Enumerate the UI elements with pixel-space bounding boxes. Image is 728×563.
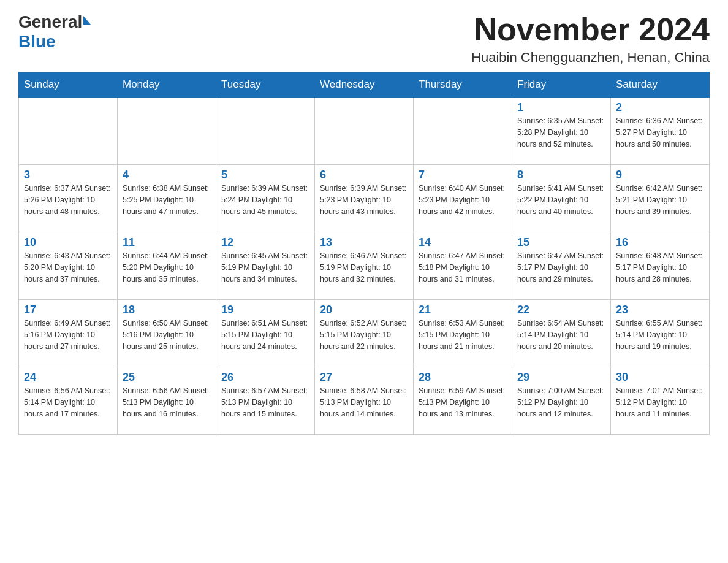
day-number: 5 xyxy=(221,169,309,182)
day-number: 16 xyxy=(616,236,704,249)
calendar-cell xyxy=(118,98,216,165)
day-number: 8 xyxy=(517,169,605,182)
day-number: 2 xyxy=(616,101,704,114)
weekday-header-monday: Monday xyxy=(118,72,216,98)
logo: General Blue xyxy=(18,12,91,52)
calendar-cell: 20Sunrise: 6:52 AM Sunset: 5:15 PM Dayli… xyxy=(315,300,414,367)
calendar-cell xyxy=(19,98,118,165)
day-number: 9 xyxy=(616,169,704,182)
calendar-cell: 17Sunrise: 6:49 AM Sunset: 5:16 PM Dayli… xyxy=(19,300,118,367)
day-info: Sunrise: 6:45 AM Sunset: 5:19 PM Dayligh… xyxy=(221,250,309,285)
calendar-cell: 23Sunrise: 6:55 AM Sunset: 5:14 PM Dayli… xyxy=(611,300,710,367)
day-number: 1 xyxy=(517,101,605,114)
day-number: 19 xyxy=(221,304,309,316)
week-row-1: 1Sunrise: 6:35 AM Sunset: 5:28 PM Daylig… xyxy=(19,98,710,165)
calendar-cell: 30Sunrise: 7:01 AM Sunset: 5:12 PM Dayli… xyxy=(611,367,710,435)
calendar-cell: 6Sunrise: 6:39 AM Sunset: 5:23 PM Daylig… xyxy=(315,165,414,232)
day-info: Sunrise: 6:56 AM Sunset: 5:13 PM Dayligh… xyxy=(123,385,211,419)
day-number: 23 xyxy=(616,304,704,316)
day-number: 3 xyxy=(24,169,112,182)
day-number: 4 xyxy=(123,169,211,182)
week-row-5: 24Sunrise: 6:56 AM Sunset: 5:14 PM Dayli… xyxy=(19,367,710,435)
calendar-cell: 8Sunrise: 6:41 AM Sunset: 5:22 PM Daylig… xyxy=(512,165,611,232)
calendar-cell: 1Sunrise: 6:35 AM Sunset: 5:28 PM Daylig… xyxy=(512,98,611,165)
calendar-cell: 22Sunrise: 6:54 AM Sunset: 5:14 PM Dayli… xyxy=(512,300,611,367)
day-number: 6 xyxy=(320,169,408,182)
calendar-cell: 9Sunrise: 6:42 AM Sunset: 5:21 PM Daylig… xyxy=(611,165,710,232)
calendar-cell: 5Sunrise: 6:39 AM Sunset: 5:24 PM Daylig… xyxy=(216,165,315,232)
week-row-3: 10Sunrise: 6:43 AM Sunset: 5:20 PM Dayli… xyxy=(19,232,710,300)
day-info: Sunrise: 6:35 AM Sunset: 5:28 PM Dayligh… xyxy=(517,115,605,150)
calendar-cell: 21Sunrise: 6:53 AM Sunset: 5:15 PM Dayli… xyxy=(414,300,512,367)
day-info: Sunrise: 6:59 AM Sunset: 5:13 PM Dayligh… xyxy=(419,385,507,419)
day-number: 13 xyxy=(320,236,408,249)
logo-blue: Blue xyxy=(18,32,56,52)
calendar-cell xyxy=(315,98,414,165)
day-number: 15 xyxy=(517,236,605,249)
day-number: 20 xyxy=(320,304,408,316)
day-info: Sunrise: 6:46 AM Sunset: 5:19 PM Dayligh… xyxy=(320,250,408,285)
day-number: 25 xyxy=(123,371,211,384)
day-number: 17 xyxy=(24,304,112,316)
day-info: Sunrise: 7:00 AM Sunset: 5:12 PM Dayligh… xyxy=(517,385,605,419)
day-number: 29 xyxy=(517,371,605,384)
day-info: Sunrise: 6:37 AM Sunset: 5:26 PM Dayligh… xyxy=(24,183,112,217)
calendar-cell: 14Sunrise: 6:47 AM Sunset: 5:18 PM Dayli… xyxy=(414,232,512,300)
day-info: Sunrise: 6:44 AM Sunset: 5:20 PM Dayligh… xyxy=(123,250,211,285)
subtitle: Huaibin Chengguanzhen, Henan, China xyxy=(471,50,710,66)
day-info: Sunrise: 6:39 AM Sunset: 5:23 PM Dayligh… xyxy=(320,183,408,217)
calendar-cell: 4Sunrise: 6:38 AM Sunset: 5:25 PM Daylig… xyxy=(118,165,216,232)
calendar-cell: 11Sunrise: 6:44 AM Sunset: 5:20 PM Dayli… xyxy=(118,232,216,300)
day-info: Sunrise: 6:38 AM Sunset: 5:25 PM Dayligh… xyxy=(123,183,211,217)
day-number: 12 xyxy=(221,236,309,249)
week-row-2: 3Sunrise: 6:37 AM Sunset: 5:26 PM Daylig… xyxy=(19,165,710,232)
day-number: 14 xyxy=(419,236,507,249)
calendar-cell: 16Sunrise: 6:48 AM Sunset: 5:17 PM Dayli… xyxy=(611,232,710,300)
day-number: 26 xyxy=(221,371,309,384)
calendar-cell: 18Sunrise: 6:50 AM Sunset: 5:16 PM Dayli… xyxy=(118,300,216,367)
calendar-cell xyxy=(216,98,315,165)
day-info: Sunrise: 6:51 AM Sunset: 5:15 PM Dayligh… xyxy=(221,318,309,352)
day-info: Sunrise: 6:40 AM Sunset: 5:23 PM Dayligh… xyxy=(419,183,507,217)
weekday-header-wednesday: Wednesday xyxy=(315,72,414,98)
day-info: Sunrise: 6:48 AM Sunset: 5:17 PM Dayligh… xyxy=(616,250,704,285)
day-info: Sunrise: 6:52 AM Sunset: 5:15 PM Dayligh… xyxy=(320,318,408,352)
day-info: Sunrise: 6:43 AM Sunset: 5:20 PM Dayligh… xyxy=(24,250,112,285)
day-info: Sunrise: 6:47 AM Sunset: 5:17 PM Dayligh… xyxy=(517,250,605,285)
calendar-cell: 13Sunrise: 6:46 AM Sunset: 5:19 PM Dayli… xyxy=(315,232,414,300)
day-number: 18 xyxy=(123,304,211,316)
weekday-header-friday: Friday xyxy=(512,72,611,98)
day-number: 28 xyxy=(419,371,507,384)
week-row-4: 17Sunrise: 6:49 AM Sunset: 5:16 PM Dayli… xyxy=(19,300,710,367)
calendar-cell: 28Sunrise: 6:59 AM Sunset: 5:13 PM Dayli… xyxy=(414,367,512,435)
title-area: November 2024 Huaibin Chengguanzhen, Hen… xyxy=(471,12,710,66)
day-number: 21 xyxy=(419,304,507,316)
calendar-cell: 2Sunrise: 6:36 AM Sunset: 5:27 PM Daylig… xyxy=(611,98,710,165)
day-number: 27 xyxy=(320,371,408,384)
day-number: 22 xyxy=(517,304,605,316)
day-number: 30 xyxy=(616,371,704,384)
header: General Blue November 2024 Huaibin Cheng… xyxy=(18,12,710,66)
day-info: Sunrise: 6:41 AM Sunset: 5:22 PM Dayligh… xyxy=(517,183,605,217)
day-info: Sunrise: 6:47 AM Sunset: 5:18 PM Dayligh… xyxy=(419,250,507,285)
day-info: Sunrise: 6:56 AM Sunset: 5:14 PM Dayligh… xyxy=(24,385,112,419)
day-info: Sunrise: 6:54 AM Sunset: 5:14 PM Dayligh… xyxy=(517,318,605,352)
calendar-cell: 26Sunrise: 6:57 AM Sunset: 5:13 PM Dayli… xyxy=(216,367,315,435)
calendar-cell: 25Sunrise: 6:56 AM Sunset: 5:13 PM Dayli… xyxy=(118,367,216,435)
weekday-header-saturday: Saturday xyxy=(611,72,710,98)
logo-triangle-icon xyxy=(83,16,91,25)
calendar-cell: 19Sunrise: 6:51 AM Sunset: 5:15 PM Dayli… xyxy=(216,300,315,367)
calendar-cell: 29Sunrise: 7:00 AM Sunset: 5:12 PM Dayli… xyxy=(512,367,611,435)
day-number: 7 xyxy=(419,169,507,182)
day-number: 11 xyxy=(123,236,211,249)
calendar-table: SundayMondayTuesdayWednesdayThursdayFrid… xyxy=(18,72,710,435)
main-title: November 2024 xyxy=(471,12,710,47)
logo-general: General xyxy=(18,12,82,32)
day-number: 10 xyxy=(24,236,112,249)
calendar-cell: 24Sunrise: 6:56 AM Sunset: 5:14 PM Dayli… xyxy=(19,367,118,435)
day-info: Sunrise: 6:49 AM Sunset: 5:16 PM Dayligh… xyxy=(24,318,112,352)
day-number: 24 xyxy=(24,371,112,384)
weekday-header-sunday: Sunday xyxy=(19,72,118,98)
day-info: Sunrise: 6:36 AM Sunset: 5:27 PM Dayligh… xyxy=(616,115,704,150)
day-info: Sunrise: 7:01 AM Sunset: 5:12 PM Dayligh… xyxy=(616,385,704,419)
